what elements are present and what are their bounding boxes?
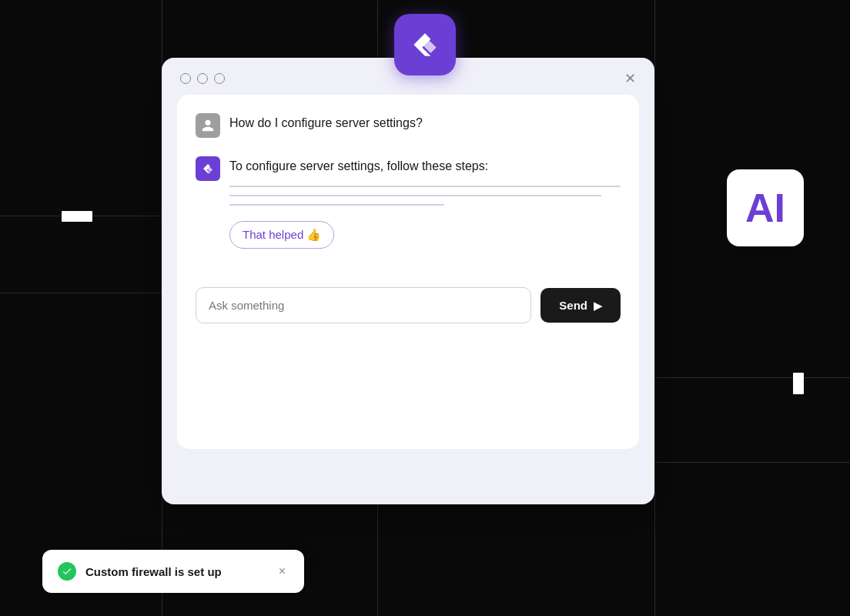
app-window: ✕ How do I configure server settings? To… [162, 58, 654, 504]
toast-message: Custom firewall is set up [85, 565, 266, 578]
ai-badge: AI [727, 169, 804, 246]
ai-message: To configure server settings, follow the… [196, 156, 621, 272]
user-avatar [196, 113, 220, 138]
send-button[interactable]: Send ▶ [540, 288, 621, 323]
send-icon: ▶ [594, 300, 602, 312]
user-message: How do I configure server settings? [196, 113, 621, 138]
input-area: Send ▶ [196, 287, 621, 323]
send-label: Send [559, 299, 587, 312]
ai-badge-text: AI [745, 188, 785, 228]
chat-container: How do I configure server settings? To c… [177, 95, 639, 449]
toast-notification: Custom firewall is set up × [42, 550, 304, 593]
window-dot-1 [180, 73, 191, 84]
ai-avatar [196, 156, 220, 181]
toast-close-button[interactable]: × [276, 564, 289, 578]
skeleton-line-1 [229, 186, 621, 187]
toast-check-icon [58, 562, 76, 581]
window-dot-2 [197, 73, 208, 84]
logo-icon [408, 28, 442, 62]
ai-intro-text: To configure server settings, follow the… [229, 156, 621, 173]
window-close-button[interactable]: ✕ [624, 72, 636, 85]
suggestion-pill[interactable]: That helped 👍 [229, 221, 334, 249]
skeleton-line-2 [229, 195, 601, 196]
app-logo-badge [394, 14, 456, 75]
window-controls [180, 73, 225, 84]
user-message-text: How do I configure server settings? [229, 113, 423, 130]
ai-content: To configure server settings, follow the… [229, 156, 621, 272]
chat-input[interactable] [196, 287, 531, 323]
skeleton-lines [229, 186, 621, 206]
window-dot-3 [214, 73, 225, 84]
skeleton-line-3 [229, 204, 444, 206]
